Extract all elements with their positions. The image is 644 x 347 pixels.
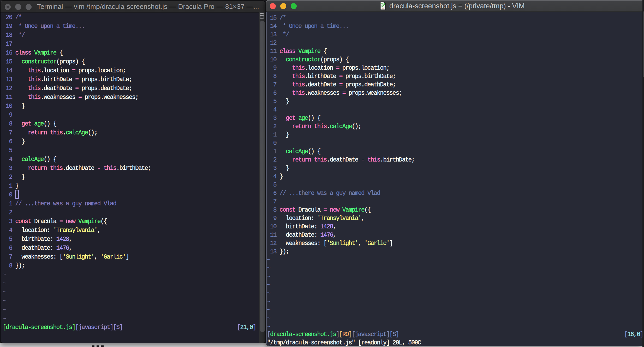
- svg-text:JS: JS: [382, 7, 384, 10]
